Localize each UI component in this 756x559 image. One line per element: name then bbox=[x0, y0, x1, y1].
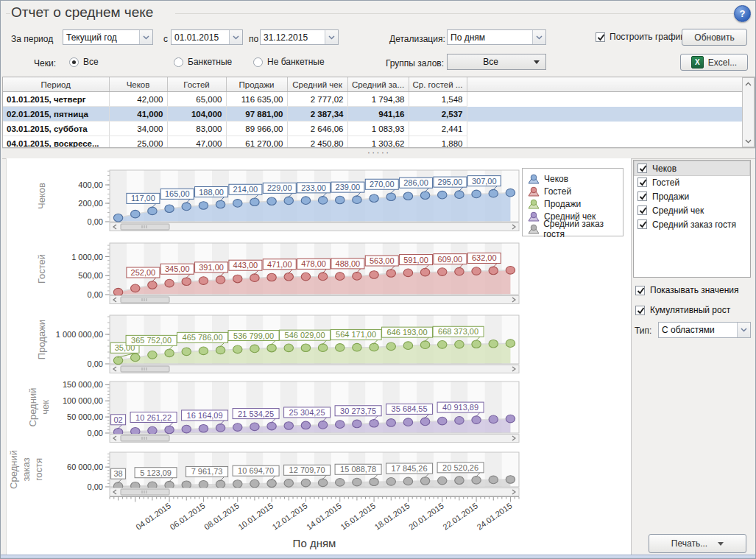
date-to-combo[interactable]: 31.12.2015 bbox=[260, 29, 339, 45]
axis-title: чек bbox=[40, 400, 51, 415]
column-header[interactable]: Гостей bbox=[167, 77, 226, 92]
series-checkbox[interactable] bbox=[637, 177, 647, 187]
scrollbar-thumb[interactable] bbox=[121, 366, 169, 372]
chevron-down-icon[interactable] bbox=[229, 30, 242, 44]
halls-combo[interactable]: Все bbox=[447, 54, 546, 70]
table-cell[interactable]: 1,548 bbox=[409, 92, 467, 107]
chevron-down-icon[interactable] bbox=[139, 30, 152, 44]
table-row[interactable]: 02.01.2015, пятница41,000104,00097 881,0… bbox=[3, 107, 743, 122]
series-list-item[interactable]: Средний чек bbox=[635, 203, 749, 217]
table-cell[interactable]: 1,880 bbox=[409, 136, 467, 149]
table-cell[interactable]: 25,000 bbox=[109, 136, 167, 149]
data-point-marker bbox=[216, 346, 225, 354]
chevron-down-icon[interactable] bbox=[325, 30, 338, 44]
chevron-down-icon[interactable] bbox=[532, 30, 545, 44]
help-icon[interactable]: ? bbox=[734, 5, 751, 22]
table-cell[interactable]: 02.01.2015, пятница bbox=[3, 107, 109, 122]
checks-radio-1[interactable]: Банкетные bbox=[174, 57, 232, 67]
value-label: 165,00 bbox=[165, 189, 190, 198]
table-cell[interactable]: 2 777,02 bbox=[287, 92, 347, 107]
data-point-marker bbox=[472, 416, 481, 424]
scrollbar-thumb[interactable] bbox=[121, 489, 169, 495]
data-point-marker bbox=[420, 191, 429, 200]
axis-title: гостя bbox=[33, 458, 44, 481]
table-row[interactable]: 03.01.2015, суббота34,00083,00089 966,00… bbox=[3, 122, 743, 136]
print-button[interactable]: Печать... bbox=[649, 534, 746, 553]
table-cell[interactable]: 1 794,38 bbox=[347, 92, 409, 107]
series-list-item[interactable]: Средний заказ гостя bbox=[635, 217, 749, 231]
series-checkbox[interactable] bbox=[637, 191, 647, 201]
scroll-up-icon[interactable] bbox=[743, 78, 754, 89]
column-header[interactable]: Период bbox=[3, 77, 109, 92]
show-values-checkbox[interactable] bbox=[635, 286, 645, 295]
series-checkbox[interactable] bbox=[637, 219, 647, 229]
table-cell[interactable]: 83,000 bbox=[167, 122, 226, 136]
radio-icon[interactable] bbox=[174, 57, 183, 67]
checks-radio-0[interactable]: Все bbox=[69, 57, 99, 67]
show-values-option[interactable]: Показывать значения bbox=[635, 285, 739, 295]
y-tick-label: 100 000,00 bbox=[63, 396, 103, 405]
scroll-down-icon[interactable] bbox=[743, 136, 754, 147]
build-chart-option[interactable]: Построить график bbox=[596, 32, 684, 42]
table-cell[interactable]: 47,000 bbox=[167, 136, 226, 149]
x-tick-label: 04.01.2015 bbox=[134, 501, 172, 531]
table-cell[interactable]: 2,441 bbox=[409, 122, 467, 136]
column-header[interactable]: Чеков bbox=[109, 77, 167, 92]
scrollbar-thumb[interactable] bbox=[121, 297, 169, 303]
report-window: Отчет о среднем чеке ? За период Текущий… bbox=[0, 0, 756, 559]
date-from-combo[interactable]: 01.01.2015 bbox=[171, 29, 243, 45]
table-cell[interactable]: 34,000 bbox=[109, 122, 167, 136]
cumulative-checkbox[interactable] bbox=[635, 306, 645, 315]
series-list-item[interactable]: Гостей bbox=[635, 175, 749, 189]
table-row[interactable]: 01.01.2015, четверг42,00065,000116 635,0… bbox=[3, 92, 743, 107]
table-cell[interactable]: 2 450,80 bbox=[287, 136, 347, 149]
column-header[interactable]: Средний за... bbox=[347, 77, 409, 92]
period-combo[interactable]: Текущий год bbox=[63, 29, 153, 45]
series-list-item[interactable]: Чеков bbox=[635, 161, 749, 175]
table-cell[interactable]: 04.01.2015, воскресе... bbox=[3, 136, 109, 149]
refresh-button[interactable]: Обновить bbox=[682, 29, 747, 46]
column-header[interactable]: Ср. гостей ... bbox=[409, 77, 467, 92]
table-cell[interactable]: 61 270,00 bbox=[226, 136, 287, 149]
splitter-handle[interactable]: ····· bbox=[2, 148, 755, 159]
table-cell[interactable]: 89 966,00 bbox=[226, 122, 287, 136]
table-cell[interactable]: 65,000 bbox=[167, 92, 226, 107]
excel-button[interactable]: X Excel... bbox=[680, 54, 748, 71]
radio-icon[interactable] bbox=[69, 57, 79, 67]
build-chart-checkbox[interactable] bbox=[596, 32, 605, 42]
data-point-marker bbox=[216, 424, 225, 432]
column-header[interactable]: Средний чек bbox=[287, 77, 347, 92]
series-checkbox[interactable] bbox=[637, 205, 647, 215]
chevron-down-icon[interactable] bbox=[737, 323, 750, 337]
table-vscrollbar[interactable] bbox=[742, 77, 755, 147]
detail-combo[interactable]: По дням bbox=[447, 29, 546, 45]
table-cell[interactable]: 42,000 bbox=[109, 92, 167, 107]
table-cell[interactable]: 116 635,00 bbox=[226, 92, 287, 107]
table-cell[interactable]: 2,537 bbox=[409, 107, 467, 122]
scrollbar-thumb[interactable] bbox=[121, 224, 169, 230]
radio-icon[interactable] bbox=[253, 57, 263, 67]
chart-hscrollbar[interactable] bbox=[110, 365, 519, 373]
data-point-marker bbox=[386, 193, 395, 201]
chart-hscrollbar[interactable] bbox=[110, 296, 519, 304]
type-combo[interactable]: С областями bbox=[658, 322, 751, 338]
table-cell[interactable]: 1 083,93 bbox=[347, 122, 409, 136]
checks-radio-2[interactable]: Не банкетные bbox=[253, 57, 325, 67]
table-cell[interactable]: 104,000 bbox=[167, 107, 226, 122]
chart-hscrollbar[interactable] bbox=[110, 435, 519, 443]
table-cell[interactable]: 97 881,00 bbox=[226, 107, 287, 122]
column-header[interactable]: Продажи bbox=[226, 77, 287, 92]
table-cell[interactable]: 01.01.2015, четверг bbox=[3, 92, 109, 107]
scrollbar-thumb[interactable] bbox=[121, 435, 169, 441]
table-cell[interactable]: 03.01.2015, суббота bbox=[3, 122, 109, 136]
table-cell[interactable]: 2 646,06 bbox=[287, 122, 347, 136]
cumulative-option[interactable]: Кумулятивный рост bbox=[635, 305, 730, 315]
table-cell[interactable]: 2 387,34 bbox=[287, 107, 347, 122]
table-cell[interactable]: 941,16 bbox=[347, 107, 409, 122]
table-cell[interactable]: 41,000 bbox=[109, 107, 167, 122]
data-point-marker bbox=[336, 273, 345, 281]
chart-hscrollbar[interactable] bbox=[110, 488, 519, 496]
series-checkbox[interactable] bbox=[637, 164, 647, 173]
chart-hscrollbar[interactable] bbox=[110, 223, 519, 231]
series-list-item[interactable]: Продажи bbox=[635, 189, 749, 203]
